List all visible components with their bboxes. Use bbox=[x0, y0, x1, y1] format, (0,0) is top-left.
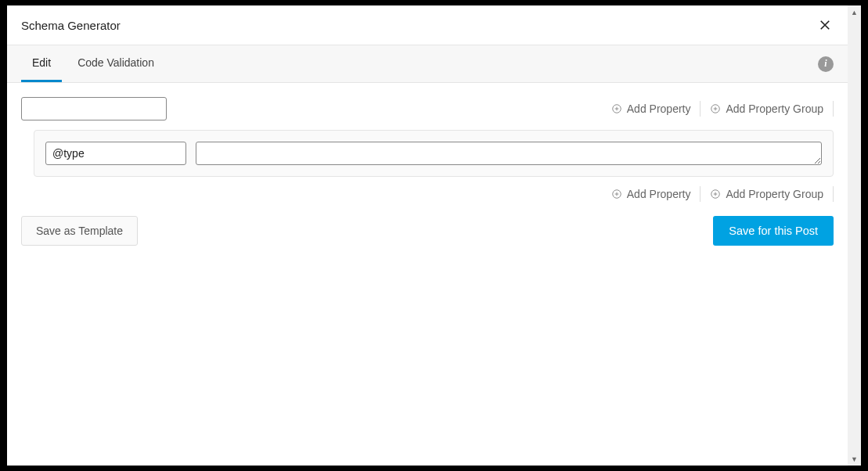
scroll-up-icon[interactable]: ▲ bbox=[848, 5, 861, 19]
add-property-group-label: Add Property Group bbox=[726, 188, 823, 200]
add-property-group-label: Add Property Group bbox=[726, 102, 823, 115]
tab-code-validation[interactable]: Code Validation bbox=[67, 45, 165, 82]
add-property-button-bottom[interactable]: Add Property bbox=[602, 188, 701, 200]
tabs-bar: Edit Code Validation i bbox=[7, 45, 848, 83]
top-action-links: Add Property Add Property Group bbox=[602, 101, 834, 117]
property-value-input[interactable] bbox=[196, 142, 822, 165]
save-for-this-post-button[interactable]: Save for this Post bbox=[713, 216, 834, 246]
group-name-input[interactable] bbox=[21, 97, 167, 120]
close-icon bbox=[818, 18, 832, 32]
tab-edit[interactable]: Edit bbox=[21, 45, 62, 82]
plus-circle-icon bbox=[611, 103, 622, 114]
plus-circle-icon bbox=[611, 189, 622, 200]
plus-circle-icon bbox=[710, 103, 721, 114]
save-as-template-button[interactable]: Save as Template bbox=[21, 216, 138, 246]
add-property-button-top[interactable]: Add Property bbox=[602, 102, 701, 115]
modal-header: Schema Generator bbox=[7, 5, 848, 45]
modal-title: Schema Generator bbox=[21, 19, 121, 32]
footer-row: Save as Template Save for this Post bbox=[21, 216, 834, 246]
info-icon: i bbox=[824, 58, 827, 70]
add-property-label: Add Property bbox=[627, 102, 691, 115]
add-property-group-button-top[interactable]: Add Property Group bbox=[701, 102, 833, 115]
bottom-action-links: Add Property Add Property Group bbox=[602, 186, 834, 202]
info-button[interactable]: i bbox=[818, 56, 834, 72]
separator bbox=[833, 186, 834, 202]
add-property-group-button-bottom[interactable]: Add Property Group bbox=[701, 188, 833, 200]
property-row bbox=[34, 130, 834, 177]
editor-body: Add Property Add Property Group bbox=[7, 83, 848, 246]
close-button[interactable] bbox=[816, 16, 834, 34]
plus-circle-icon bbox=[710, 189, 721, 200]
property-key-input[interactable] bbox=[45, 142, 186, 165]
scrollbar[interactable]: ▲ ▼ bbox=[848, 5, 861, 466]
separator bbox=[833, 101, 834, 117]
scroll-down-icon[interactable]: ▼ bbox=[848, 452, 861, 466]
add-property-label: Add Property bbox=[627, 188, 691, 200]
